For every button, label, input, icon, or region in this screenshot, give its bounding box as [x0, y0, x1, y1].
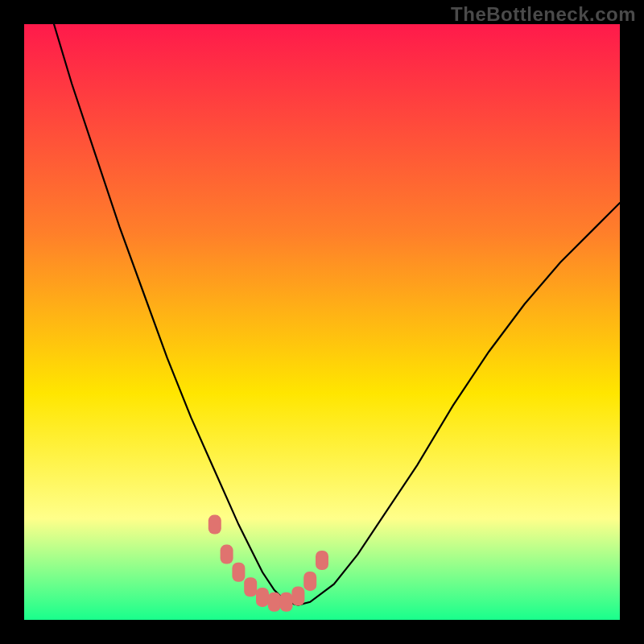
marker-dot: [256, 588, 269, 607]
marker-dot: [244, 577, 257, 597]
marker-dot: [208, 515, 221, 535]
chart-frame: TheBottleneck.com: [0, 0, 644, 644]
watermark-text: TheBottleneck.com: [451, 3, 636, 26]
marker-dot: [280, 592, 293, 612]
marker-dot: [316, 551, 328, 570]
marker-dot: [268, 592, 281, 612]
marker-dot: [303, 572, 316, 591]
marker-dot: [291, 586, 304, 605]
gradient-background: [24, 24, 620, 620]
marker-dot: [232, 563, 245, 582]
marker-dot: [221, 545, 233, 564]
plot-area: [24, 24, 620, 620]
plot-svg: [24, 24, 620, 620]
